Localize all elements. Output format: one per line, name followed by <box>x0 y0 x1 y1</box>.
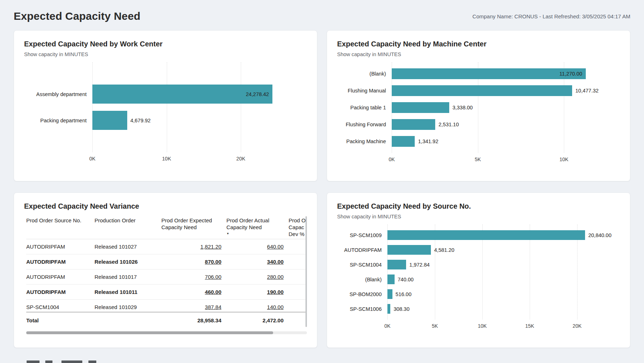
expected-value-link[interactable]: 1,821.20 <box>201 244 221 250</box>
table-total-row: Total28,958.342,472.00 <box>26 312 307 328</box>
bar-packing-department[interactable] <box>92 111 127 130</box>
expected-value-link[interactable]: 460.00 <box>205 289 221 295</box>
bar-row: 2,531.10 <box>392 119 598 130</box>
category-label: Packing table 1 <box>337 102 392 113</box>
axis-tick-label: 15K <box>525 323 534 329</box>
expected-value-link[interactable]: 706.00 <box>205 274 221 280</box>
expected-value-link[interactable]: 870.00 <box>205 259 221 265</box>
axis-tick-label: 0K <box>388 156 395 162</box>
cutoff-fragment <box>45 360 52 363</box>
column-header-prod-order-actual-capacity-need[interactable]: Prod Order Actual Capacity Need▼ <box>226 217 289 237</box>
table-row[interactable]: SP-SCM1004Released 101029387.84140.00 <box>26 300 307 312</box>
actual-value-link[interactable]: 140.00 <box>267 304 284 310</box>
chart-body: SP-SCM1009AUTODRIPFAMSP-SCM1004(Blank)SP… <box>337 224 620 331</box>
table-header-row: Prod Order Source No.Production OrderPro… <box>26 215 307 239</box>
table-body: AUTODRIPFAMReleased 1010271,821.20640.00… <box>26 239 307 312</box>
cell-source-no: AUTODRIPFAM <box>26 239 95 254</box>
column-header-label: Prod Order Actual Capacity Need <box>226 217 289 231</box>
actual-value-link[interactable]: 280.00 <box>267 274 284 280</box>
bar-sp-bom2000[interactable] <box>387 289 392 299</box>
cell-source-no: AUTODRIPFAM <box>26 285 95 299</box>
bar-row: 3,338.00 <box>392 102 598 113</box>
bar-sp-scm1004[interactable] <box>387 260 406 269</box>
axis-tick-label: 0K <box>384 323 390 329</box>
column-header-prod-order-source-no[interactable]: Prod Order Source No. <box>26 217 95 237</box>
bar-sp-scm1006[interactable] <box>387 304 390 314</box>
axis-tick-label: 20K <box>572 323 581 329</box>
axis-tick-label: 10K <box>560 156 569 162</box>
work-center-chart-card: Expected Capacity Need by Work Center Sh… <box>14 30 317 181</box>
category-label: AUTODRIPFAM <box>337 245 387 255</box>
bar-blank[interactable]: 11,270.00 <box>392 68 586 79</box>
column-header-label: Prod Order Expected Capacity Need <box>161 217 226 231</box>
column-header-production-order[interactable]: Production Order <box>95 217 161 237</box>
column-header-prod-order-expected-capacity-need[interactable]: Prod Order Expected Capacity Need <box>161 217 226 237</box>
table-row[interactable]: AUTODRIPFAMReleased 101026870.00340.00 <box>26 254 307 269</box>
axis-tick-label: 10K <box>478 323 487 329</box>
table-row[interactable]: AUTODRIPFAMReleased 1010271,821.20640.00 <box>26 239 307 254</box>
cutoff-fragment <box>88 360 96 363</box>
plot-column: 20,840.004,581.201,972.84740.00516.00308… <box>387 224 620 331</box>
cutoff-fragment <box>27 360 40 363</box>
value-label: 308.30 <box>394 306 409 312</box>
bar-packing-machine[interactable] <box>392 136 415 147</box>
value-axis: 0K5K10K <box>392 156 598 164</box>
cell-dev-pct <box>289 254 307 269</box>
bar-sp-scm1009[interactable] <box>387 230 585 240</box>
value-axis: 0K5K10K15K20K <box>387 323 606 331</box>
value-label: 1,972.84 <box>409 262 429 268</box>
company-info: Company Name: CRONUS - Last Refreshed: 3… <box>473 13 630 19</box>
actual-value-link[interactable]: 640.00 <box>267 244 284 250</box>
bar-packing-table-1[interactable] <box>392 102 449 113</box>
work-center-bar-chart: Assembly departmentPacking department24,… <box>24 62 307 164</box>
cell-source-no: AUTODRIPFAM <box>26 269 95 284</box>
value-label: 11,270.00 <box>560 71 586 77</box>
actual-value-link[interactable]: 340.00 <box>267 259 284 265</box>
cell-actual: 640.00 <box>226 239 289 254</box>
expected-value-link[interactable]: 387.84 <box>205 304 221 310</box>
cell-dev-pct <box>289 285 307 299</box>
bar-row: 4,679.92 <box>92 111 285 130</box>
cell-actual: 140.00 <box>226 300 289 312</box>
bar-assembly-department[interactable]: 24,278.42 <box>92 85 272 104</box>
horizontal-scrollbar-track[interactable] <box>26 331 307 334</box>
bar-row: 1,341.92 <box>392 136 598 147</box>
category-label: (Blank) <box>337 274 387 284</box>
table-row[interactable]: AUTODRIPFAMReleased 101011460.00190.00 <box>26 285 307 300</box>
bar-blank[interactable] <box>387 274 395 284</box>
cell-dev-pct <box>289 239 307 254</box>
bar-autodripfam[interactable] <box>387 245 431 255</box>
plot-area: 20,840.004,581.201,972.84740.00516.00308… <box>387 224 606 319</box>
cell-expected: 1,821.20 <box>161 239 226 254</box>
cell-production-order: Released 101026 <box>95 254 161 269</box>
cutoff-fragment <box>61 360 82 363</box>
value-axis: 0K10K20K <box>92 156 285 164</box>
plot-area: 11,270.0010,477.323,338.002,531.101,341.… <box>392 62 598 153</box>
bar-rows: 24,278.424,679.92 <box>92 85 285 130</box>
cell-actual: 280.00 <box>226 269 289 284</box>
sort-desc-icon: ▼ <box>226 232 289 236</box>
category-label: Packing department <box>24 111 92 130</box>
category-label: SP-BOM2000 <box>337 289 387 299</box>
cell-expected: 460.00 <box>161 285 226 299</box>
category-axis: Assembly departmentPacking department <box>24 62 92 152</box>
value-label: 24,278.42 <box>246 91 273 97</box>
horizontal-scrollbar-thumb[interactable] <box>26 331 273 334</box>
cell-production-order: Released 101011 <box>95 285 161 299</box>
vertical-scrollbar[interactable] <box>305 216 307 327</box>
chart-subtitle: Show capacity in MINUTES <box>337 214 620 219</box>
category-label: SP-SCM1006 <box>337 304 387 314</box>
bar-flushing-forward[interactable] <box>392 119 435 130</box>
axis-tick-label: 5K <box>475 156 481 162</box>
value-label: 20,840.00 <box>588 232 612 238</box>
actual-value-link[interactable]: 190.00 <box>267 289 284 295</box>
column-header-label: Prod O Capac Dev % <box>289 217 307 237</box>
table-row[interactable]: AUTODRIPFAMReleased 101017706.00280.00 <box>26 269 307 285</box>
cell-expected: 706.00 <box>161 269 226 284</box>
column-header-prod-o[interactable]: Prod O Capac Dev % <box>289 217 307 237</box>
bar-flushing-manual[interactable] <box>392 85 572 96</box>
cell-actual: 340.00 <box>226 254 289 269</box>
total-label: Total <box>26 317 95 323</box>
value-label: 10,477.32 <box>575 88 599 94</box>
value-label: 2,531.10 <box>438 122 459 127</box>
